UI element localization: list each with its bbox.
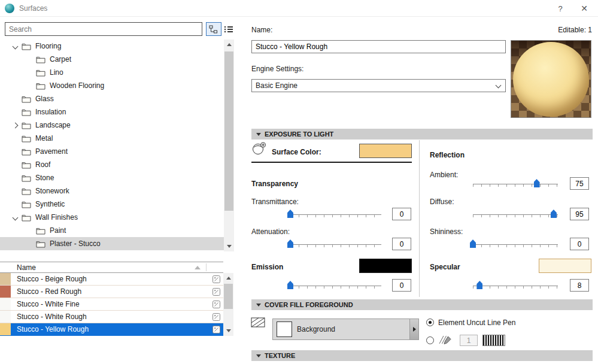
specular-slider[interactable] [473,281,558,290]
folder-icon [22,214,31,222]
surface-list-row[interactable]: Stucco - White Fine [0,298,223,311]
tree-item-paint[interactable]: Paint [0,224,224,237]
surface-list-row[interactable]: Stucco - Red Rough [0,286,223,298]
slider-handle[interactable] [534,179,540,187]
emission-value-input[interactable] [392,279,411,292]
folder-icon [22,43,31,50]
collapse-triangle-icon[interactable] [256,133,261,136]
close-button[interactable]: ✕ [574,0,594,17]
chevron-down-icon [496,83,502,89]
tree-item-pavement[interactable]: Pavement [0,145,224,158]
list-view-button[interactable] [223,24,234,34]
custom-pen-radio[interactable] [426,336,434,344]
tree-item-stone[interactable]: Stone [0,171,224,184]
transmittance-label: Transmittance: [251,198,299,206]
surface-color-swatch [0,286,11,298]
tree-item-label: Metal [35,134,53,142]
element-uncut-line-pen-radio[interactable] [426,318,434,326]
ambient-slider[interactable] [473,179,558,189]
surface-color-picker[interactable] [359,144,412,158]
chevron-icon[interactable] [13,43,19,49]
list-scrollbar[interactable] [223,273,233,336]
list-header[interactable]: Name [0,262,223,273]
collapse-triangle-icon[interactable] [256,304,261,307]
transmittance-slider[interactable] [290,210,381,219]
attenuation-value-input[interactable] [392,238,411,250]
background-fill-button[interactable]: Background [272,318,419,340]
surface-list-row[interactable]: Stucco - Beige Rough [0,273,223,286]
tree-item-wall-finishes[interactable]: Wall Finishes [0,211,224,224]
surface-list-row[interactable]: Stucco - Yellow Rough [0,323,223,336]
tree-item-metal[interactable]: Metal [0,132,224,145]
scroll-down-icon[interactable] [223,326,233,336]
surface-list-row[interactable]: Stucco - White Rough [0,311,223,323]
attenuation-slider[interactable] [290,239,381,249]
transmittance-value-input[interactable] [392,208,411,220]
transparency-label: Transparency [251,180,298,188]
tree-item-label: Paint [50,226,66,235]
slider-handle[interactable] [287,239,293,248]
engine-settings-label: Engine Settings: [251,65,303,73]
section-cover-fill-foreground[interactable]: COVER FILL FOREGROUND [251,299,593,310]
diffuse-value-input[interactable] [570,208,589,220]
tree-scrollbar[interactable] [224,40,234,251]
collapse-triangle-icon[interactable] [256,354,261,357]
emission-slider[interactable] [290,281,381,290]
scroll-up-icon[interactable] [223,273,233,283]
emission-color-picker[interactable] [359,259,412,273]
tree-item-synthetic[interactable]: Synthetic [0,198,224,211]
pen-number-input[interactable] [460,335,478,346]
scroll-up-icon[interactable] [224,40,234,50]
folder-icon [22,148,31,156]
tree-item-plaster-stucco[interactable]: Plaster - Stucco [0,237,224,250]
search-input[interactable] [5,22,202,36]
slider-handle[interactable] [470,239,476,248]
tree-item-landscape[interactable]: Landscape [0,119,224,132]
folder-icon [36,56,45,63]
specular-color-picker[interactable] [539,259,591,273]
tree-item-glass[interactable]: Glass [0,92,224,105]
shininess-value-input[interactable] [570,238,589,250]
chevron-icon[interactable] [13,122,19,128]
surface-name-label: Stucco - Yellow Rough [17,325,89,333]
material-preview[interactable] [511,40,591,118]
scroll-down-icon[interactable] [224,241,234,251]
slider-handle[interactable] [287,281,293,289]
tree-item-insulation[interactable]: Insulation [0,105,224,119]
reflection-label: Reflection [430,151,465,159]
chevron-icon[interactable] [13,214,19,220]
tree-item-label: Lino [50,68,63,77]
list-scrollbar-thumb[interactable] [224,284,233,309]
tree-item-carpet[interactable]: Carpet [0,53,224,66]
tree-item-flooring[interactable]: Flooring [0,40,224,53]
diffuse-label: Diffuse: [430,198,454,206]
column-divider [419,140,420,297]
diffuse-slider[interactable] [473,210,558,219]
tree-scrollbar-thumb[interactable] [224,51,233,211]
surface-name-input[interactable] [251,40,506,53]
tree-item-roof[interactable]: Roof [0,158,224,171]
ambient-value-input[interactable] [570,177,589,190]
engine-icon [213,275,220,283]
slider-handle[interactable] [551,210,557,218]
section-texture[interactable]: TEXTURE [251,350,593,361]
window-title: Surfaces [19,4,47,13]
name-column-header[interactable]: Name [17,263,36,272]
slider-handle[interactable] [476,281,482,289]
tree-view-button[interactable] [206,22,221,36]
help-button[interactable]: ? [550,0,570,17]
fill-popup-arrow[interactable] [409,319,418,339]
sort-ascending-icon[interactable] [195,266,201,269]
section-exposure-to-light[interactable]: EXPOSURE TO LIGHT [251,129,593,139]
tree-item-wooden-flooring[interactable]: Wooden Flooring [0,79,224,92]
engine-select[interactable]: Basic Engine [251,79,506,92]
section-cover-fill-label: COVER FILL FOREGROUND [265,301,353,308]
folder-icon [36,69,45,77]
pen-color-button[interactable] [482,335,505,346]
slider-handle[interactable] [287,210,293,218]
specular-value-input[interactable] [570,279,589,292]
tree-item-stonework[interactable]: Stonework [0,184,224,198]
folder-icon [36,227,45,235]
tree-item-lino[interactable]: Lino [0,66,224,79]
shininess-slider[interactable] [473,239,558,249]
